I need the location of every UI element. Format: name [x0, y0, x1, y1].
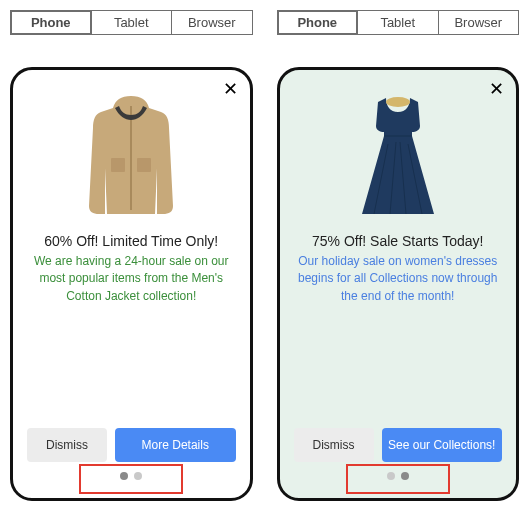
panel-right: Phone Tablet Browser ✕ 75% Off! Sale Sta… — [277, 10, 520, 501]
dot-1[interactable] — [120, 472, 128, 480]
button-row: Dismiss More Details — [27, 428, 236, 462]
svg-rect-0 — [111, 158, 125, 172]
button-row: Dismiss See our Collections! — [294, 428, 503, 462]
see-collections-button[interactable]: See our Collections! — [382, 428, 503, 462]
tab-phone[interactable]: Phone — [11, 11, 92, 34]
tab-phone[interactable]: Phone — [278, 11, 359, 34]
tab-tablet[interactable]: Tablet — [92, 11, 173, 34]
phone-frame-right: ✕ 75% Off! Sale Starts Today! Our holida… — [277, 67, 520, 501]
more-details-button[interactable]: More Details — [115, 428, 236, 462]
panel-left: Phone Tablet Browser ✕ 60% Off! Limited … — [10, 10, 253, 501]
phone-frame-left: ✕ 60% Off! Limited Time Only! We are hav… — [10, 67, 253, 501]
pagination-dots — [294, 468, 503, 484]
svg-point-2 — [386, 97, 410, 107]
close-icon[interactable]: ✕ — [489, 80, 504, 98]
pagination-dots — [27, 468, 236, 484]
dot-2[interactable] — [134, 472, 142, 480]
dismiss-button[interactable]: Dismiss — [294, 428, 374, 462]
svg-rect-1 — [137, 158, 151, 172]
headline: 75% Off! Sale Starts Today! — [294, 233, 503, 249]
dot-1[interactable] — [387, 472, 395, 480]
tab-browser[interactable]: Browser — [439, 11, 519, 34]
hero-image-dress — [294, 88, 503, 223]
hero-image-jacket — [27, 88, 236, 223]
device-tabs: Phone Tablet Browser — [10, 10, 253, 35]
description: Our holiday sale on women's dresses begi… — [294, 253, 503, 305]
description: We are having a 24-hour sale on our most… — [27, 253, 236, 305]
headline: 60% Off! Limited Time Only! — [27, 233, 236, 249]
tab-browser[interactable]: Browser — [172, 11, 252, 34]
dot-2[interactable] — [401, 472, 409, 480]
dismiss-button[interactable]: Dismiss — [27, 428, 107, 462]
tab-tablet[interactable]: Tablet — [358, 11, 439, 34]
close-icon[interactable]: ✕ — [223, 80, 238, 98]
device-tabs: Phone Tablet Browser — [277, 10, 520, 35]
